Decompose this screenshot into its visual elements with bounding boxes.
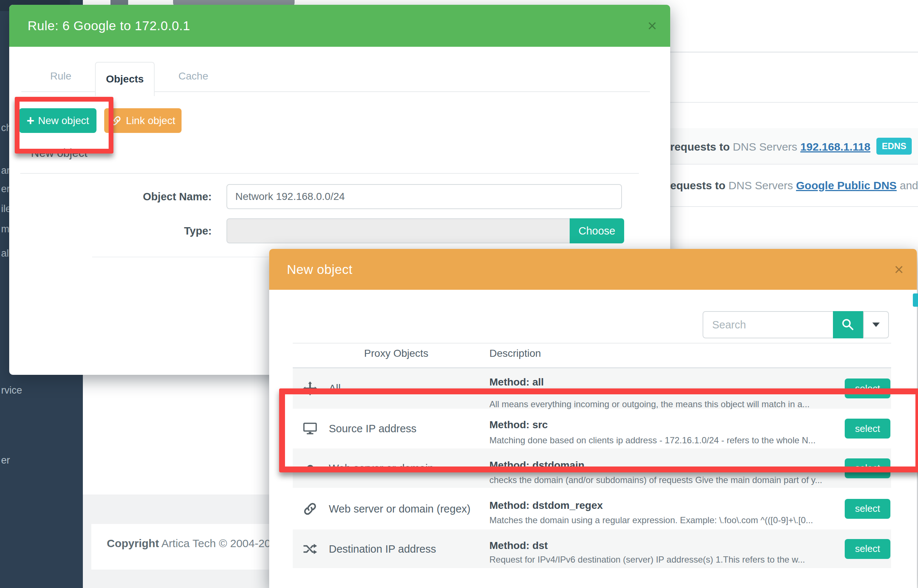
type-label: Type: [65, 225, 212, 237]
tab-rule[interactable]: Rule [40, 70, 81, 82]
rule-text: requests to [670, 141, 730, 153]
table-row[interactable]: Web server or domain (regex) Method: dst… [293, 488, 891, 530]
copyright-panel: Copyright Artica Tech © 2004-2022 [91, 524, 269, 570]
search-input[interactable] [703, 311, 834, 338]
object-name-input[interactable] [226, 184, 622, 209]
divider [293, 343, 891, 344]
rule-text: DNS Servers [730, 141, 800, 153]
divider [670, 52, 918, 53]
table-row[interactable]: Destination IP address Method: dst Reque… [293, 530, 891, 568]
tab-cache[interactable]: Cache [171, 70, 215, 82]
rule-text: equests to [670, 179, 726, 191]
copyright-rest: Artica Tech © 2004-2022 [159, 537, 283, 549]
search-button[interactable] [833, 311, 863, 338]
object-method: Method: all [490, 376, 544, 388]
annotation-rectangle [15, 97, 113, 153]
object-description: Matches the domain using a regular expre… [490, 515, 813, 525]
object-name-label: Object Name: [65, 191, 212, 203]
object-method: Method: dst [490, 540, 548, 552]
link-object-button[interactable]: Link object [104, 108, 181, 133]
object-method: Method: dstdom_regex [490, 500, 603, 511]
select-button[interactable]: select [845, 499, 891, 519]
screen: ch ar er ile mp all rvice er requests to… [0, 0, 918, 588]
tab-objects[interactable]: Objects [95, 62, 155, 96]
type-input-disabled [226, 218, 571, 243]
rule-text: DNS Servers [726, 179, 796, 191]
column-header-description: Description [490, 347, 541, 359]
link-icon [303, 501, 317, 516]
copyright-text: Copyright Artica Tech © 2004-2022 [107, 537, 283, 550]
edge-button-partial[interactable] [913, 294, 918, 307]
background-content: requests to DNS Servers 192.168.1.118EDN… [670, 0, 918, 250]
annotation-rectangle [279, 388, 918, 472]
sidebar-item[interactable]: er [1, 183, 10, 195]
rule-text: and [897, 179, 918, 191]
column-header-proxy-objects: Proxy Objects [346, 347, 446, 359]
sidebar-item[interactable]: ar [1, 165, 10, 176]
new-object-modal-header: New object × [269, 249, 917, 290]
divider [20, 173, 639, 174]
edns-badge: EDNS [876, 138, 912, 155]
dns-rule-row: equests to DNS Servers Google Public DNS… [670, 165, 918, 207]
divider [670, 102, 918, 103]
sidebar-item[interactable]: er [1, 455, 10, 466]
copyright-label: Copyright [107, 537, 159, 549]
select-button[interactable]: select [845, 539, 891, 559]
close-icon[interactable]: × [647, 18, 657, 34]
object-name: Web server or domain (regex) [329, 502, 470, 515]
sidebar-item[interactable]: rvice [1, 385, 22, 396]
divider [92, 257, 269, 257]
new-object-modal-title: New object [287, 262, 352, 277]
search-options-button[interactable] [863, 311, 889, 338]
object-description: Request for IPv4/IPv6 destination (serve… [490, 554, 805, 565]
rule-modal-title: Rule: 6 Google to 172.0.0.1 [27, 18, 191, 33]
search-icon [841, 318, 855, 332]
shuffle-icon [303, 541, 317, 556]
chevron-down-icon [872, 323, 880, 327]
dns-server-link[interactable]: 192.168.1.118 [800, 141, 870, 153]
dns-rule-row: requests to DNS Servers 192.168.1.118EDN… [670, 128, 918, 165]
rule-modal-header: Rule: 6 Google to 172.0.0.1 × [9, 5, 670, 47]
link-object-button-label: Link object [126, 115, 175, 127]
object-name: Destination IP address [329, 543, 436, 555]
object-description: checks the domain (and/or subdomains) of… [490, 475, 822, 485]
choose-button[interactable]: Choose [570, 218, 624, 243]
close-icon[interactable]: × [894, 262, 903, 278]
google-dns-link[interactable]: Google Public DNS [796, 179, 897, 191]
